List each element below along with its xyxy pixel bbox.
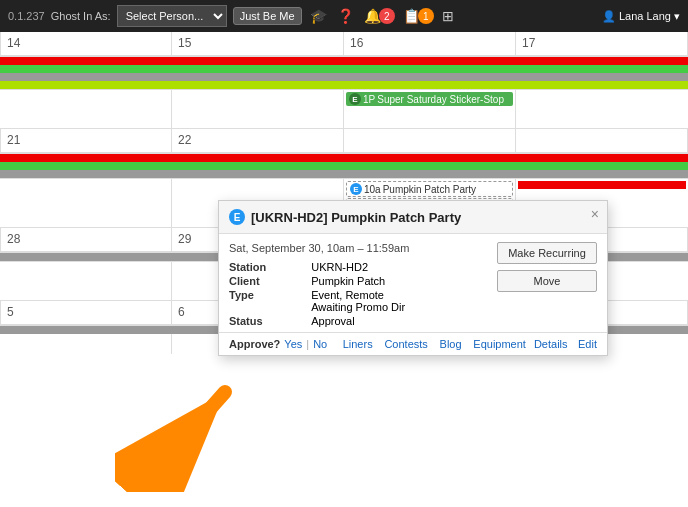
cell-16-events: E 1P Super Saturday Sticker-Stop: [344, 90, 516, 128]
week1-bars: [0, 57, 688, 65]
popup-type-row: Type Event, Remote Awaiting Promo Dir: [229, 288, 489, 314]
popup-details: Sat, September 30, 10am – 11:59am Statio…: [229, 242, 489, 328]
week1-events-row: E 1P Super Saturday Sticker-Stop: [0, 89, 688, 129]
bar-yellowgreen-1: [0, 81, 688, 89]
svg-line-1: [145, 392, 225, 482]
orange-arrow: [115, 362, 275, 492]
pumpkin-circle-1: E: [350, 183, 362, 195]
popup-datetime: Sat, September 30, 10am – 11:59am: [229, 242, 489, 254]
user-name: Lana Lang: [619, 10, 671, 22]
sticker-stop-event[interactable]: E 1P Super Saturday Sticker-Stop: [346, 92, 513, 106]
equipment-link[interactable]: Equipment: [473, 338, 526, 350]
popup-station-value: UKRN-HD2: [311, 260, 489, 274]
cell-15-events: [172, 90, 344, 128]
navbar-ghost-label: Ghost In As:: [51, 10, 111, 22]
edit-link[interactable]: Edit: [578, 338, 597, 350]
user-avatar-icon: 👤: [602, 10, 616, 22]
user-menu[interactable]: 👤 Lana Lang ▾: [602, 10, 680, 23]
bar-gray-1: [0, 73, 688, 81]
popup-info-table: Station UKRN-HD2 Client Pumpkin Patch Ty…: [229, 260, 489, 328]
badge-count-2: 1: [418, 8, 434, 24]
details-link[interactable]: Details: [534, 338, 568, 350]
arrow-container: [115, 362, 275, 495]
calendar-container: 14 15 16 17 E 1P Super Saturday Sticker-…: [0, 32, 688, 507]
day-header-28: 28: [0, 228, 172, 252]
popup-status-value: Approval: [311, 314, 489, 328]
cell-21-events: [0, 179, 172, 227]
bar-green-1: [0, 65, 688, 73]
notification-badge-1[interactable]: 🔔 2: [362, 8, 395, 24]
grid-icon[interactable]: ⊞: [440, 8, 456, 24]
day-header-17: 17: [516, 32, 688, 56]
popup-type-sub: Awaiting Promo Dir: [311, 301, 405, 313]
cell-24-red-bar: [518, 181, 686, 189]
day-header-15: 15: [172, 32, 344, 56]
approve-separator: |: [306, 338, 309, 350]
calendar-header-row: 14 15 16 17: [0, 32, 688, 57]
popup-client-row: Client Pumpkin Patch: [229, 274, 489, 288]
popup-actions: Make Recurring Move: [497, 242, 597, 328]
contests-link[interactable]: Contests: [384, 338, 427, 350]
bar-red-1: [0, 57, 688, 65]
bar-gray-2: [0, 170, 688, 178]
popup-title: [UKRN-HD2] Pumpkin Patch Party: [251, 210, 461, 225]
popup-status-label: Status: [229, 314, 311, 328]
day-header-5: 5: [0, 301, 172, 325]
popup-type-label: Type: [229, 288, 311, 314]
week2-header-row: 21 22: [0, 129, 688, 154]
cell-5-events: [0, 334, 172, 354]
bar-green-2: [0, 162, 688, 170]
popup-client-value: Pumpkin Patch: [311, 274, 489, 288]
liners-link[interactable]: Liners: [343, 338, 373, 350]
popup-footer: Approve? Yes | No Liners Contests Blog E…: [219, 332, 607, 355]
bar-red-2: [0, 154, 688, 162]
sticker-stop-time: 1P: [363, 94, 375, 105]
navbar-ip: 0.1.237: [8, 10, 45, 22]
cell-14-events: [0, 90, 172, 128]
day-header-14: 14: [0, 32, 172, 56]
popup-header: E [UKRN-HD2] Pumpkin Patch Party ×: [219, 201, 607, 234]
pumpkin-event-dashed[interactable]: E 10a Pumpkin Patch Party: [346, 181, 513, 197]
approve-label: Approve?: [229, 338, 280, 350]
event-popup: E [UKRN-HD2] Pumpkin Patch Party × Sat, …: [218, 200, 608, 356]
user-dropdown-icon: ▾: [674, 10, 680, 22]
move-button[interactable]: Move: [497, 270, 597, 292]
day-header-16: 16: [344, 32, 516, 56]
popup-client-label: Client: [229, 274, 311, 288]
day-header-21: 21: [0, 129, 172, 153]
ghost-in-as-select[interactable]: Select Person...: [117, 5, 227, 27]
help-icon[interactable]: ❓: [335, 8, 356, 24]
just-be-me-button[interactable]: Just Be Me: [233, 7, 302, 25]
blog-link[interactable]: Blog: [440, 338, 462, 350]
approve-yes-link[interactable]: Yes: [284, 338, 302, 350]
popup-close-button[interactable]: ×: [591, 207, 599, 221]
popup-station-label: Station: [229, 260, 311, 274]
popup-type-value: Event, Remote Awaiting Promo Dir: [311, 288, 489, 314]
badge-count-1: 2: [379, 8, 395, 24]
notification-badge-2[interactable]: 📋 1: [401, 8, 434, 24]
approve-no-link[interactable]: No: [313, 338, 327, 350]
graduation-icon[interactable]: 🎓: [308, 8, 329, 24]
popup-status-row: Status Approval: [229, 314, 489, 328]
pumpkin-time-1: 10a: [364, 184, 381, 195]
make-recurring-button[interactable]: Make Recurring: [497, 242, 597, 264]
sticker-stop-title: Super Saturday Sticker-Stop: [377, 94, 504, 105]
navbar: 0.1.237 Ghost In As: Select Person... Ju…: [0, 0, 688, 32]
day-header-22: 22: [172, 129, 344, 153]
cell-28-events: [0, 262, 172, 300]
day-header-blank-2: [516, 129, 688, 153]
cell-17-events: [516, 90, 688, 128]
popup-body: Sat, September 30, 10am – 11:59am Statio…: [219, 234, 607, 332]
day-header-blank-1: [344, 129, 516, 153]
sticker-stop-circle: E: [349, 93, 361, 105]
popup-event-circle: E: [229, 209, 245, 225]
popup-station-row: Station UKRN-HD2: [229, 260, 489, 274]
pumpkin-title-dashed: Pumpkin Patch Party: [383, 184, 476, 195]
